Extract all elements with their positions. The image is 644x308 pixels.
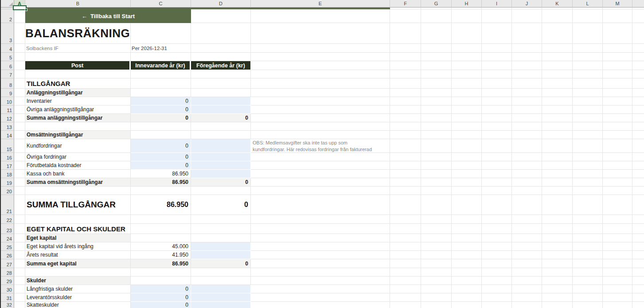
grid-cell[interactable] — [603, 89, 632, 97]
grid-cell[interactable] — [603, 293, 632, 302]
grid-cell[interactable] — [14, 122, 25, 131]
grid-cell[interactable] — [25, 70, 131, 78]
row-header-25[interactable]: 25 — [0, 242, 14, 251]
grid-cell[interactable] — [421, 70, 452, 78]
grid-cell[interactable] — [632, 70, 644, 78]
previous-year-cell[interactable]: 0 — [191, 178, 251, 187]
row-header-21[interactable]: 21 — [0, 195, 14, 215]
grid-cell[interactable] — [542, 122, 573, 131]
grid-cell[interactable] — [452, 70, 482, 78]
grid-cell[interactable] — [632, 44, 644, 53]
grid-cell[interactable] — [251, 53, 390, 61]
grid-cell[interactable] — [25, 187, 131, 195]
grid-cell[interactable] — [131, 215, 191, 224]
grid-cell[interactable] — [482, 170, 512, 178]
grid-cell[interactable] — [191, 9, 251, 23]
grid-cell[interactable] — [542, 139, 573, 153]
grid-cell[interactable] — [632, 293, 644, 302]
column-header-j[interactable]: J — [512, 0, 542, 8]
column-header-m[interactable]: M — [603, 0, 632, 8]
grid-cell[interactable] — [251, 268, 390, 277]
row-label-cell[interactable]: Anläggningstillgångar — [25, 89, 131, 97]
column-header-c[interactable]: C — [131, 0, 191, 8]
current-year-cell[interactable]: 86.950 — [131, 259, 191, 268]
current-year-cell[interactable]: 0 — [131, 285, 191, 293]
column-header-g[interactable]: G — [421, 0, 452, 8]
grid-cell[interactable] — [482, 78, 512, 89]
grid-cell[interactable] — [573, 170, 603, 178]
grid-cell[interactable] — [390, 268, 421, 277]
grid-cell[interactable] — [573, 293, 603, 302]
grid-cell[interactable] — [512, 105, 542, 114]
grid-cell[interactable] — [632, 23, 644, 44]
grid-cell[interactable] — [482, 9, 512, 23]
grid-cell[interactable] — [542, 114, 573, 122]
grid-cell[interactable] — [191, 131, 251, 139]
grid-cell[interactable] — [632, 251, 644, 259]
row-label-cell[interactable]: Skatteskulder — [25, 302, 131, 308]
grid-cell[interactable] — [14, 268, 25, 277]
grid-cell[interactable] — [512, 161, 542, 170]
grid-cell[interactable] — [542, 293, 573, 302]
grid-cell[interactable] — [421, 178, 452, 187]
grid-cell[interactable] — [573, 105, 603, 114]
grid-cell[interactable] — [131, 224, 191, 234]
grid-cell[interactable] — [542, 44, 573, 53]
grid-cell[interactable] — [14, 131, 25, 139]
grid-cell[interactable] — [421, 105, 452, 114]
grid-cell[interactable] — [542, 70, 573, 78]
previous-year-cell[interactable] — [191, 139, 251, 153]
previous-year-cell[interactable] — [191, 302, 251, 308]
current-year-cell[interactable]: 0 — [131, 97, 191, 105]
grid-cell[interactable] — [603, 131, 632, 139]
grid-cell[interactable] — [542, 242, 573, 251]
row-header-10[interactable]: 10 — [0, 97, 14, 105]
grid-cell[interactable] — [421, 53, 452, 61]
grid-cell[interactable] — [573, 122, 603, 131]
grid-cell[interactable] — [421, 131, 452, 139]
grid-cell[interactable] — [603, 105, 632, 114]
current-year-cell[interactable]: 0 — [131, 161, 191, 170]
grid-cell[interactable] — [390, 153, 421, 161]
grid-cell[interactable] — [131, 89, 191, 97]
grid-cell[interactable] — [14, 277, 25, 285]
grid-cell[interactable] — [14, 89, 25, 97]
grid-cell[interactable] — [421, 170, 452, 178]
grid-cell[interactable] — [14, 285, 25, 293]
grid-cell[interactable] — [390, 161, 421, 170]
previous-year-cell[interactable] — [191, 170, 251, 178]
grid-cell[interactable] — [390, 131, 421, 139]
grid-cell[interactable] — [542, 89, 573, 97]
grid-cell[interactable] — [14, 53, 25, 61]
grid-cell[interactable] — [482, 195, 512, 215]
grid-cell[interactable] — [512, 215, 542, 224]
row-header-11[interactable]: 11 — [0, 105, 14, 114]
grid-cell[interactable] — [603, 78, 632, 89]
grid-cell[interactable] — [251, 122, 390, 131]
grid-cell[interactable] — [603, 187, 632, 195]
grid-cell[interactable] — [452, 105, 482, 114]
grid-cell[interactable] — [14, 97, 25, 105]
grid-cell[interactable] — [452, 161, 482, 170]
grid-cell[interactable] — [512, 89, 542, 97]
grid-cell[interactable] — [390, 195, 421, 215]
grid-cell[interactable] — [482, 131, 512, 139]
row-header-22[interactable]: 22 — [0, 215, 14, 224]
grid-cell[interactable] — [632, 53, 644, 61]
grid-cell[interactable] — [542, 277, 573, 285]
grid-cell[interactable] — [632, 224, 644, 234]
grid-cell[interactable] — [632, 97, 644, 105]
grid-cell[interactable] — [632, 131, 644, 139]
current-year-cell[interactable]: 86.950 — [131, 170, 191, 178]
previous-year-cell[interactable] — [191, 97, 251, 105]
org-name-cell[interactable]: Solbackens IF — [25, 44, 131, 53]
row-header-19[interactable]: 19 — [0, 178, 14, 187]
table-header-current-year[interactable]: Innevarande år (kr) — [131, 61, 191, 70]
table-header-post[interactable]: Post — [25, 61, 131, 70]
row-label-cell[interactable]: TILLGÅNGAR — [25, 78, 131, 89]
row-header-16[interactable]: 16 — [0, 153, 14, 161]
grid-cell[interactable] — [573, 53, 603, 61]
per-date-cell[interactable]: Per 2026-12-31 — [131, 44, 191, 53]
grid-cell[interactable] — [452, 285, 482, 293]
grid-cell[interactable] — [421, 78, 452, 89]
